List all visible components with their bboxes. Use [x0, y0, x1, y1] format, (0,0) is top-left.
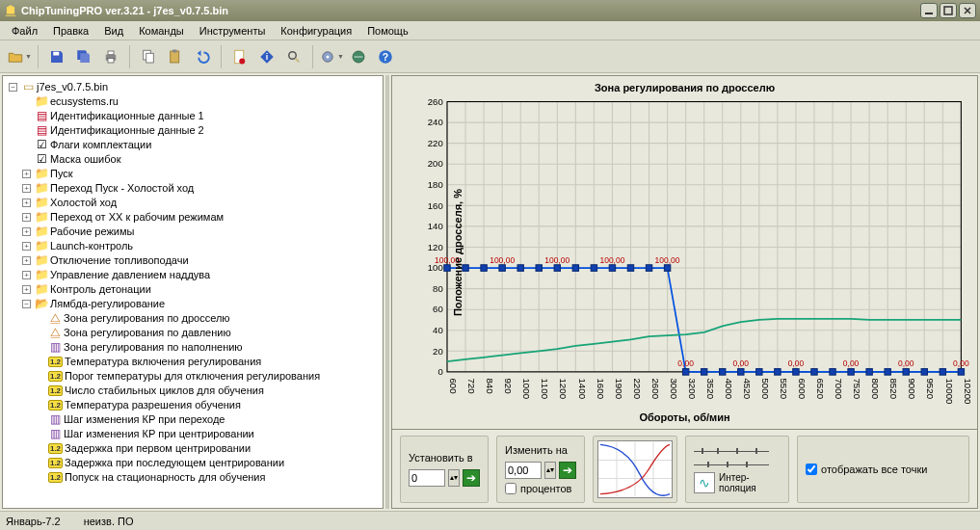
svg-text:0,00: 0,00 — [898, 358, 914, 368]
menu-edit[interactable]: Правка — [47, 23, 94, 39]
info-icon[interactable]: i — [253, 43, 280, 70]
tree-folder[interactable]: +📁Управление давлением наддува — [20, 268, 381, 282]
expand-icon[interactable]: + — [22, 213, 31, 222]
tree-item[interactable]: ▤Идентификационные данные 2 — [20, 123, 381, 138]
svg-rect-123 — [738, 369, 744, 376]
tree-item[interactable]: ▤Идентификационные данные 1 — [20, 109, 381, 123]
menu-help[interactable]: Помощь — [361, 23, 414, 39]
menu-commands[interactable]: Команды — [133, 23, 190, 39]
print-icon[interactable] — [97, 43, 124, 70]
svg-text:1000: 1000 — [521, 378, 532, 399]
show-all-points-checkbox[interactable] — [806, 464, 817, 475]
tree-folder[interactable]: +📁Launch-контроль — [20, 239, 381, 253]
chart-controls: Установить в ▴▾ ➔ Изменить на ▴▾ ➔ проце… — [391, 430, 978, 509]
expand-icon[interactable]: + — [22, 227, 31, 236]
tree-leaf[interactable]: 1.2Температура включения регулирования — [34, 355, 381, 369]
range-top-icon[interactable] — [694, 445, 769, 457]
svg-text:600: 600 — [448, 378, 459, 393]
collapse-icon[interactable]: − — [22, 300, 31, 308]
minimize-button[interactable] — [920, 3, 938, 18]
range-bottom-icon[interactable] — [694, 459, 769, 470]
close-button[interactable] — [959, 3, 976, 18]
copy-icon[interactable] — [135, 43, 162, 70]
tree-leaf[interactable]: ▥Шаг изменения КР при переходе — [34, 412, 381, 427]
expand-icon[interactable]: + — [22, 184, 31, 193]
tree-leaf[interactable]: ⧋Зона регулирования по дросселю — [34, 311, 381, 326]
svg-rect-110 — [499, 265, 505, 272]
tree-folder[interactable]: +📁Отключение топливоподачи — [20, 253, 381, 268]
menu-tools[interactable]: Инструменты — [194, 23, 272, 39]
expand-icon[interactable]: + — [22, 285, 31, 294]
splitter[interactable] — [385, 75, 389, 509]
svg-rect-5 — [108, 58, 114, 63]
set-spin-icon[interactable]: ▴▾ — [448, 469, 460, 487]
tree-item-label: Задержка при первом центрировании — [65, 441, 251, 456]
undo-icon[interactable] — [189, 43, 216, 70]
set-apply-button[interactable]: ➔ — [463, 469, 480, 487]
paste-icon[interactable] — [162, 43, 189, 70]
tree-leaf[interactable]: ⧋Зона регулирования по давлению — [34, 326, 381, 340]
percent-checkbox[interactable] — [505, 483, 516, 494]
save-all-icon[interactable] — [70, 43, 97, 70]
menu-config[interactable]: Конфигурация — [275, 23, 358, 39]
svg-text:10200: 10200 — [963, 378, 971, 404]
interp-icon[interactable]: ∿ — [694, 472, 715, 493]
title-bar: ChipTuningPRO ver.3.21 - j7es_v0.7.5.bin — [0, 0, 980, 21]
right-panel: Зона регулирования по дросселю Положение… — [391, 75, 978, 509]
mini-chart-icon — [597, 440, 673, 498]
expand-icon[interactable]: + — [22, 242, 31, 251]
tree-leaf[interactable]: 1.2Температура разрешения обучения — [34, 398, 381, 412]
tree-panel[interactable]: − ▭ j7es_v0.7.5.bin 📁ecusystems.ru▤Идент… — [2, 75, 384, 509]
notes-icon[interactable] — [226, 43, 253, 70]
svg-text:200: 200 — [428, 158, 443, 169]
set-value-input[interactable] — [409, 469, 445, 487]
tree-folder[interactable]: +📁Переход от XX к рабочим режимам — [20, 210, 381, 225]
tree-leaf[interactable]: 1.2Задержка при первом центрировании — [34, 441, 381, 456]
tree-leaf[interactable]: 1.2Число стабильных циклов для обучения — [34, 384, 381, 398]
calc-icon[interactable] — [345, 43, 372, 70]
tree-root[interactable]: − ▭ j7es_v0.7.5.bin — [7, 80, 381, 94]
expand-icon[interactable]: + — [22, 271, 31, 279]
change-value-input[interactable] — [505, 462, 542, 479]
expand-icon[interactable]: + — [22, 256, 31, 265]
svg-text:9520: 9520 — [925, 378, 936, 399]
svg-text:5000: 5000 — [760, 378, 771, 399]
collapse-icon[interactable]: − — [9, 83, 17, 92]
svg-rect-117 — [627, 265, 633, 272]
tree-leaf[interactable]: 1.2Задержка при последующем центрировани… — [34, 456, 381, 470]
tree-folder[interactable]: +📁Пуск — [20, 167, 381, 181]
svg-text:0,00: 0,00 — [733, 358, 750, 368]
tree[interactable]: − ▭ j7es_v0.7.5.bin 📁ecusystems.ru▤Идент… — [5, 80, 381, 485]
svg-text:7000: 7000 — [834, 378, 844, 399]
tree-leaf[interactable]: 1.2Попуск на стационарность для обучения — [34, 470, 381, 485]
maximize-button[interactable] — [940, 3, 957, 18]
tree-leaf[interactable]: 1.2Порог температуры для отключения регу… — [34, 369, 381, 384]
tree-folder[interactable]: +📁Переход Пуск - Холостой ход — [20, 181, 381, 196]
menu-bar: Файл Правка Вид Команды Инструменты Конф… — [0, 21, 980, 40]
tree-folder[interactable]: +📁Холостой ход — [20, 196, 381, 210]
save-icon[interactable] — [43, 43, 70, 70]
expand-icon[interactable]: + — [22, 199, 31, 207]
tree-folder[interactable]: +📁Рабочие режимы — [20, 225, 381, 239]
find-icon[interactable] — [280, 43, 307, 70]
help-icon[interactable]: ? — [372, 43, 399, 70]
chart-plot[interactable]: Положение дросселя, % 020406080100120140… — [398, 95, 971, 410]
show-all-points-label[interactable]: отображать все точки — [821, 464, 927, 475]
expand-icon[interactable]: + — [22, 170, 31, 178]
tree-folder[interactable]: +📁Контроль детонации — [20, 282, 381, 297]
tree-leaf[interactable]: ▥Шаг изменения КР при центрировании — [34, 427, 381, 441]
change-spin-icon[interactable]: ▴▾ — [544, 462, 556, 479]
tools-icon[interactable]: ▼ — [318, 43, 345, 70]
change-apply-button[interactable]: ➔ — [559, 462, 576, 479]
open-icon[interactable]: ▼ — [6, 43, 33, 70]
svg-rect-2 — [53, 51, 59, 55]
menu-file[interactable]: Файл — [6, 23, 43, 39]
tree-folder-open[interactable]: −📂Лямбда-регулирование — [20, 297, 381, 311]
tree-leaf[interactable]: ▥Зона регулирования по наполнению — [34, 340, 381, 355]
tree-item[interactable]: ☑Флаги комплектации — [20, 138, 381, 152]
tree-item[interactable]: ☑Маска ошибок — [20, 152, 381, 167]
menu-view[interactable]: Вид — [98, 23, 129, 39]
svg-text:40: 40 — [433, 325, 443, 335]
tree-item[interactable]: 📁ecusystems.ru — [20, 94, 381, 109]
percent-label[interactable]: процентов — [520, 483, 571, 494]
